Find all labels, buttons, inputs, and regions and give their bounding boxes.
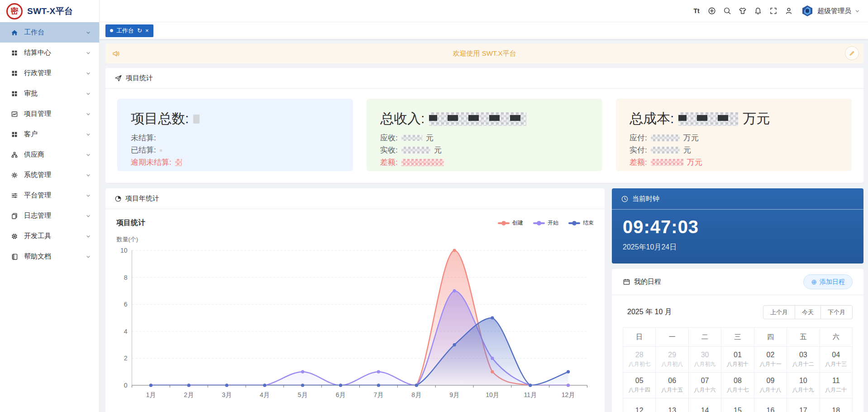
schedule-header: 我的日程 ⊕ 添加日程 (612, 269, 863, 295)
sidebar-item-系统管理[interactable]: 系统管理 (0, 165, 99, 185)
year-stats-title: 项目年统计 (125, 194, 159, 203)
calendar-day-cell[interactable]: 14 (688, 398, 721, 412)
calendar-day-cell[interactable]: 04 八月十三 (820, 347, 852, 373)
fullscreen-icon[interactable] (766, 3, 781, 19)
calendar-lunar-date: 八月十七 (721, 386, 754, 394)
sidebar-item-label: 结算中心 (24, 48, 51, 57)
calendar-day-cell[interactable]: 11 八月二十 (820, 373, 852, 398)
chart-head: 项目统计 创建 开始 结束 (105, 209, 605, 228)
sidebar-item-label: 客户 (24, 130, 38, 139)
user-menu[interactable]: 超级管理员 (801, 5, 860, 17)
theme-icon[interactable] (735, 3, 750, 19)
weekday-header: 日 (623, 328, 656, 347)
legend-label: 结束 (583, 219, 594, 227)
legend-item-创建[interactable]: 创建 (498, 219, 523, 227)
tab-refresh-icon[interactable]: ↻ (137, 28, 142, 34)
calendar-month-label: 2025 年 10 月 (627, 307, 672, 317)
sidebar-item-平台管理[interactable]: 平台管理 (0, 185, 99, 206)
calendar-lunar-date: 八月十九 (787, 386, 819, 394)
legend-marker-icon (568, 220, 580, 226)
calendar-day-cell[interactable]: 13 (656, 398, 688, 412)
locale-icon[interactable] (704, 3, 720, 19)
calendar-nav-下个月[interactable]: 下个月 (820, 305, 853, 319)
calendar-lunar-date: 八月初十 (721, 360, 754, 368)
calendar-grid: 日一二三四五六 28 八月初七29 八月初八30 八月初九01 八月初十02 八… (623, 327, 853, 412)
calendar-day-cell[interactable]: 18 (820, 398, 852, 412)
org-icon (11, 151, 18, 158)
calendar-day-cell[interactable]: 16 (754, 398, 787, 412)
calendar-day-cell[interactable]: 01 八月初十 (721, 347, 754, 373)
profile-icon[interactable] (781, 3, 796, 19)
weekday-header: 一 (656, 328, 688, 347)
sidebar-item-label: 开发工具 (24, 232, 51, 240)
svg-text:2: 2 (124, 355, 128, 362)
chevron-down-icon (86, 213, 91, 219)
calendar-date: 02 (754, 351, 787, 359)
clock-icon (621, 195, 629, 203)
sidebar-item-供应商[interactable]: 供应商 (0, 144, 99, 165)
calendar-day-cell[interactable]: 08 八月十七 (721, 373, 754, 398)
calendar-day-cell[interactable]: 17 (787, 398, 820, 412)
notification-bell-icon[interactable] (750, 3, 766, 19)
calendar-date: 29 (656, 351, 688, 359)
search-icon[interactable] (720, 3, 735, 19)
tab-close-icon[interactable]: × (145, 28, 149, 34)
legend-item-结束[interactable]: 结束 (568, 219, 594, 227)
banner-text: 欢迎使用 SWT.X平台 (105, 49, 863, 58)
calendar-day-cell[interactable]: 30 八月初九 (688, 347, 721, 373)
sidebar-item-行政管理[interactable]: 行政管理 (0, 63, 99, 83)
chart-legend: 创建 开始 结束 (498, 219, 594, 227)
calendar-toolbar: 2025 年 10 月 上个月今天下个月 (612, 295, 863, 326)
calendar-day-cell[interactable]: 06 八月十五 (656, 373, 688, 398)
stat-row: 未结算: (131, 132, 339, 144)
calendar-day-cell[interactable]: 29 八月初八 (656, 347, 688, 373)
add-schedule-button[interactable]: ⊕ 添加日程 (803, 274, 853, 289)
topbar: Tt 超级管理员 (100, 0, 868, 22)
calendar-day-cell[interactable]: 12 (623, 398, 656, 412)
calendar-day-cell[interactable]: 02 八月十一 (754, 347, 787, 373)
legend-item-开始[interactable]: 开始 (533, 219, 558, 227)
sidebar-item-客户[interactable]: 客户 (0, 124, 99, 144)
page-content: 欢迎使用 SWT.X平台 项目统计 项目总数:未结算:已结算:逾期未结算:总收入… (100, 39, 868, 412)
calendar-date: 18 (820, 407, 852, 412)
calendar-date: 30 (689, 351, 721, 359)
sidebar-item-项目管理[interactable]: 项目管理 (0, 104, 99, 124)
redacted-value (160, 147, 162, 153)
avatar (801, 5, 814, 17)
stat-card: 总成本:万元应付:万元实付:元差额:万元 (616, 99, 852, 171)
sliders-icon (11, 192, 18, 199)
calendar-day-cell[interactable]: 15 (721, 398, 754, 412)
clock-card: 当前时钟 09:47:03 2025年10月24日 (612, 188, 863, 263)
sidebar-item-工作台[interactable]: 工作台 (0, 22, 99, 43)
schedule-card: 我的日程 ⊕ 添加日程 2025 年 10 月 上个月今天下个月 日一二三四五六 (612, 269, 863, 412)
calendar-day-cell[interactable]: 10 八月十九 (787, 373, 820, 398)
sidebar-item-结算中心[interactable]: 结算中心 (0, 43, 99, 63)
sidebar-item-开发工具[interactable]: 开发工具 (0, 226, 99, 246)
redacted-value (651, 134, 680, 141)
plus-circle-icon: ⊕ (811, 278, 817, 285)
calendar-day-cell[interactable]: 09 八月十八 (754, 373, 787, 398)
calendar-day-cell[interactable]: 07 八月十六 (688, 373, 721, 398)
redacted-value (175, 159, 182, 166)
sidebar-item-审批[interactable]: 审批 (0, 83, 99, 104)
tab-workbench[interactable]: 工作台 ↻ × (105, 24, 153, 37)
calendar-day-cell[interactable]: 03 八月十二 (787, 347, 820, 373)
clock-time: 09:47:03 (623, 217, 863, 237)
calendar-nav-今天[interactable]: 今天 (795, 305, 821, 319)
calendar-nav-上个月[interactable]: 上个月 (763, 305, 795, 319)
calendar-date: 15 (721, 407, 754, 412)
stat-row: 应付:万元 (630, 132, 838, 144)
svg-text:12月: 12月 (562, 391, 575, 398)
topbar-icons: Tt (689, 3, 796, 19)
grid-icon (11, 49, 18, 57)
sidebar-item-日志管理[interactable]: 日志管理 (0, 206, 99, 226)
font-size-icon[interactable]: Tt (689, 3, 704, 19)
sidebar-item-帮助文档[interactable]: 帮助文档 (0, 246, 99, 267)
calendar-day-cell[interactable]: 28 八月初七 (623, 347, 656, 373)
svg-text:7月: 7月 (374, 391, 384, 398)
announcement-banner: 欢迎使用 SWT.X平台 (105, 43, 863, 63)
legend-label: 创建 (512, 219, 523, 227)
calendar-day-cell[interactable]: 05 八月十四 (623, 373, 656, 398)
banner-edit-button[interactable] (845, 46, 859, 60)
chevron-down-icon (86, 254, 91, 259)
